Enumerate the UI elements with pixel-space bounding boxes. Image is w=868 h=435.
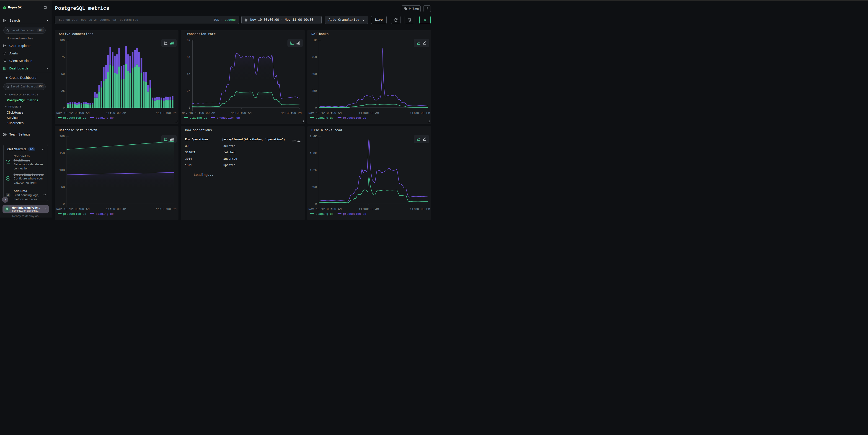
svg-text:600: 600 <box>312 186 317 189</box>
svg-text:11:30:00 PM: 11:30:00 PM <box>410 111 430 115</box>
svg-text:75: 75 <box>61 56 65 59</box>
svg-text:11:30:00 PM: 11:30:00 PM <box>156 207 177 211</box>
svg-text:250: 250 <box>312 89 317 93</box>
svg-text:11:00:00 AM: 11:00:00 AM <box>106 207 126 211</box>
svg-text:Nov 10 12:00:00 AM: Nov 10 12:00:00 AM <box>308 111 342 115</box>
svg-text:11:30:00 PM: 11:30:00 PM <box>156 111 177 115</box>
svg-text:25: 25 <box>61 89 65 93</box>
svg-text:Nov 10 12:00:00 AM: Nov 10 12:00:00 AM <box>308 207 342 211</box>
svg-text:750: 750 <box>312 56 317 59</box>
svg-text:1K: 1K <box>313 39 317 42</box>
svg-text:5B: 5B <box>61 186 65 189</box>
svg-text:500: 500 <box>312 72 317 76</box>
svg-text:0: 0 <box>315 202 317 206</box>
svg-text:10B: 10B <box>60 169 65 172</box>
svg-text:20B: 20B <box>60 135 65 138</box>
svg-text:0: 0 <box>315 106 317 109</box>
svg-text:15B: 15B <box>60 152 65 155</box>
svg-text:Nov 10 12:00:00 AM: Nov 10 12:00:00 AM <box>182 111 215 115</box>
svg-text:50: 50 <box>61 72 65 76</box>
svg-text:Nov 10 12:00:00 AM: Nov 10 12:00:00 AM <box>56 207 90 211</box>
svg-text:11:30:00 PM: 11:30:00 PM <box>410 207 430 211</box>
svg-text:1.8K: 1.8K <box>310 152 317 155</box>
svg-text:0: 0 <box>63 106 65 109</box>
svg-text:11:00:00 AM: 11:00:00 AM <box>231 111 251 115</box>
svg-text:0: 0 <box>188 106 190 109</box>
svg-text:11:00:00 AM: 11:00:00 AM <box>106 111 126 115</box>
svg-text:4K: 4K <box>187 72 190 76</box>
svg-text:11:00:00 AM: 11:00:00 AM <box>359 111 379 115</box>
svg-text:1.2K: 1.2K <box>310 169 317 172</box>
svg-text:8K: 8K <box>187 39 190 42</box>
svg-text:100: 100 <box>60 39 65 42</box>
svg-text:11:00:00 AM: 11:00:00 AM <box>359 207 379 211</box>
svg-text:0: 0 <box>63 202 65 206</box>
svg-text:11:30:00 PM: 11:30:00 PM <box>281 111 302 115</box>
svg-text:2.4K: 2.4K <box>310 135 317 138</box>
svg-text:2K: 2K <box>187 89 190 93</box>
svg-text:6K: 6K <box>187 56 190 59</box>
svg-text:Nov 10 12:00:00 AM: Nov 10 12:00:00 AM <box>56 111 90 115</box>
